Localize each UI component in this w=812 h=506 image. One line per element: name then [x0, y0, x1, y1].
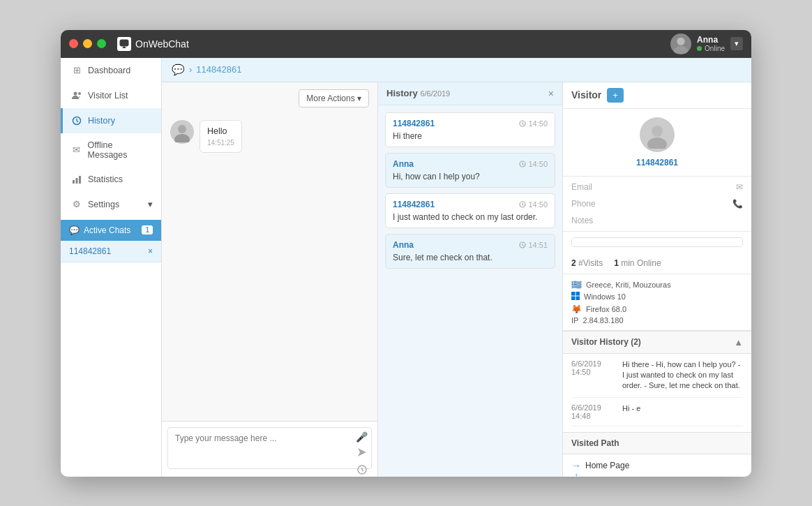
svg-rect-6 [73, 180, 75, 184]
sidebar-item-statistics[interactable]: Statistics [61, 167, 161, 192]
visitor-info: 114842861 [563, 109, 751, 177]
settings-icon: ⚙ [71, 199, 82, 210]
visitor-add-button[interactable]: + [607, 88, 624, 103]
history-messages: 114842861 14:50 Hi there Anna [378, 105, 562, 477]
sidebar-item-settings[interactable]: ⚙ Settings ▾ [61, 192, 161, 217]
history-message-2: Anna 14:50 Hi, how can I help you? [385, 153, 555, 188]
location-row: 🇬🇷 Greece, Kriti, Mouzouras [571, 280, 743, 290]
windows-icon [571, 292, 580, 302]
status-text: Online [705, 45, 725, 52]
collapse-icon[interactable]: ▲ [734, 337, 743, 348]
sidebar: ⊞ Dashboard Visitor List [61, 58, 162, 477]
svg-point-16 [652, 126, 663, 137]
sidebar-item-label: Offline Messages [88, 140, 153, 160]
statistics-icon [71, 174, 82, 185]
svg-rect-19 [576, 292, 580, 296]
chat-input-area: 🎤 [162, 421, 377, 477]
svg-point-10 [174, 134, 190, 142]
sidebar-item-dashboard[interactable]: ⊞ Dashboard [61, 58, 161, 83]
svg-rect-21 [576, 296, 580, 300]
window-controls [69, 39, 106, 48]
user-name: Anna [697, 35, 725, 45]
content-area: 💬 › 114842861 More Actions ▾ [162, 58, 751, 477]
svg-rect-20 [571, 296, 576, 300]
chat-messages: Hello 14:51:25 [162, 114, 377, 421]
visitor-history-list: 6/6/2019 14:50 Hi there - Hi, how can I … [563, 354, 751, 432]
visitor-panel: Visitor + 114842861 [563, 82, 751, 477]
chat-list-item[interactable]: 114842861 × [61, 241, 161, 262]
ip-label: IP [571, 316, 578, 325]
os-text: Windows 10 [584, 292, 626, 301]
active-chats-header[interactable]: 💬 Active Chats 1 [61, 220, 161, 241]
maximize-button[interactable] [97, 39, 106, 48]
path-item: → Home Page [571, 460, 743, 471]
browser-text: Firefox 68.0 [586, 305, 626, 313]
chat-item-label: 114842861 [69, 246, 111, 256]
status-dot [697, 46, 702, 51]
chat-item-close-icon[interactable]: × [148, 246, 153, 256]
email-label: Email [571, 182, 732, 192]
history-time: 14:50 [519, 159, 548, 169]
sidebar-item-label: Visitor List [88, 91, 128, 101]
user-info: Anna Online [697, 35, 725, 52]
visitor-list-icon [71, 90, 82, 101]
history-message-header: 114842861 14:50 [393, 200, 548, 209]
history-time: 14:51 [519, 240, 548, 250]
history-message-4: Anna 14:51 Sure, let me check on that. [385, 234, 555, 269]
online-label: Online [637, 258, 661, 268]
visitor-avatar [170, 120, 194, 144]
history-close-button[interactable]: × [548, 88, 554, 99]
close-button[interactable] [69, 39, 78, 48]
sidebar-item-visitor-list[interactable]: Visitor List [61, 83, 161, 108]
svg-point-1 [677, 37, 684, 45]
history-message-3: 114842861 14:50 I just wanted to check o… [385, 193, 555, 228]
chat-bubble-icon: 💬 [69, 225, 80, 235]
visitor-id: 114842861 [636, 158, 678, 168]
email-icon: ✉ [736, 182, 743, 192]
notes-field-row: Notes [571, 216, 743, 225]
visitor-header: Visitor + [563, 82, 751, 109]
path-arrow-icon: → [571, 460, 581, 471]
chat-input-icons: 🎤 [356, 431, 368, 477]
visitor-avatar-large [640, 117, 675, 152]
sidebar-item-history[interactable]: History [61, 108, 161, 133]
active-chats-badge: 1 [142, 225, 153, 235]
history-message-header: Anna 14:51 [393, 240, 548, 250]
title-bar-right: Anna Online ▾ [670, 34, 743, 54]
offline-messages-icon: ✉ [71, 144, 82, 156]
transfer-icon[interactable] [356, 464, 368, 477]
minimize-button[interactable] [83, 39, 92, 48]
vh-text: Hi - e [622, 403, 640, 420]
phone-icon: 📞 [732, 199, 743, 209]
history-date: 6/6/2019 [420, 89, 450, 98]
visited-path-section-header: Visited Path [563, 432, 751, 454]
history-sender: Anna [393, 159, 414, 169]
message-text: Hello [207, 126, 234, 136]
notes-input[interactable] [571, 237, 743, 247]
sidebar-item-label: History [88, 116, 115, 126]
history-panel: History 6/6/2019 × 114842861 [378, 82, 563, 477]
send-icon[interactable] [356, 447, 368, 460]
os-row: Windows 10 [571, 292, 743, 302]
history-title-group: History 6/6/2019 [386, 88, 450, 98]
breadcrumb-chat-id: 114842861 [196, 64, 241, 75]
svg-point-9 [178, 125, 186, 133]
history-message-header: 114842861 14:50 [393, 119, 548, 128]
microphone-icon[interactable]: 🎤 [356, 431, 368, 442]
logo-icon [117, 37, 131, 51]
vh-date: 6/6/2019 14:48 [571, 403, 617, 420]
main-layout: ⊞ Dashboard Visitor List [61, 58, 751, 477]
email-field-row: Email ✉ [571, 182, 743, 192]
sidebar-item-label: Settings [88, 200, 119, 209]
ip-row: IP 2.84.83.180 [571, 316, 743, 325]
more-actions-button[interactable]: More Actions ▾ [299, 89, 369, 107]
chat-input[interactable] [167, 427, 372, 469]
sidebar-item-label: Statistics [88, 174, 123, 184]
ip-text: 2.84.83.180 [582, 316, 623, 325]
chat-panel: More Actions ▾ Hello [162, 82, 378, 477]
sidebar-item-offline-messages[interactable]: ✉ Offline Messages [61, 133, 161, 167]
user-dropdown-button[interactable]: ▾ [730, 37, 743, 50]
chevron-down-icon: ▾ [148, 199, 153, 209]
dashboard-icon: ⊞ [71, 65, 82, 76]
history-message-1: 114842861 14:50 Hi there [385, 112, 555, 147]
